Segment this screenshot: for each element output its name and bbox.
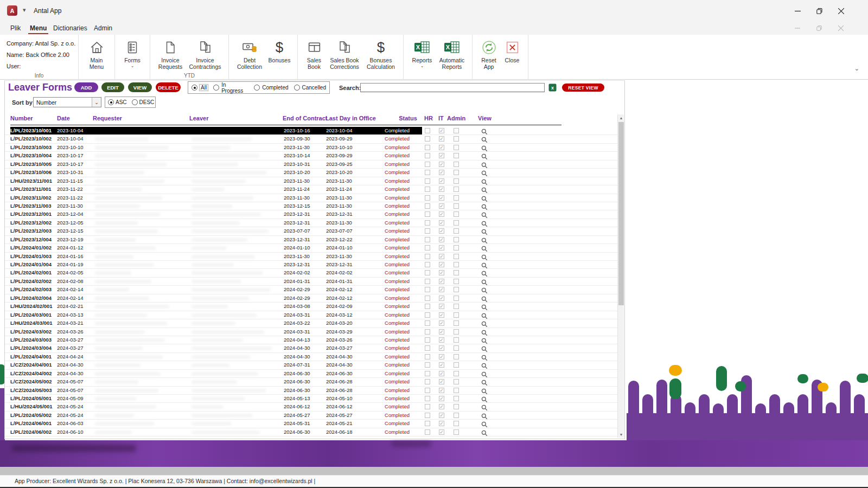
- admin-checkbox[interactable]: [454, 329, 459, 335]
- child-close-button[interactable]: [828, 22, 853, 35]
- hr-checkbox[interactable]: [425, 145, 430, 150]
- table-row[interactable]: L/PL/2024/02/0042024-02-142024-02-292024…: [5, 294, 618, 303]
- radio-completed[interactable]: [254, 85, 260, 91]
- col-end-of-contract[interactable]: End of Contract: [283, 115, 328, 121]
- col-date[interactable]: Date: [57, 115, 70, 121]
- table-row[interactable]: L/PL/2023/11/0022023-11-222023-11-302023…: [5, 194, 618, 202]
- table-row[interactable]: L/PL/2024/01/0022024-01-122024-01-102024…: [5, 244, 618, 252]
- it-checkbox[interactable]: ✓: [439, 396, 444, 401]
- sort-field-select[interactable]: Number ⌄: [33, 97, 101, 107]
- radio-in-progress[interactable]: [213, 85, 219, 91]
- table-row[interactable]: L/PL/2024/04/0012024-04-242024-04-302024…: [5, 353, 618, 361]
- table-row[interactable]: L/PL/2023/10/0012023-10-042023-10-162023…: [5, 127, 618, 135]
- radio-cancelled[interactable]: [294, 85, 300, 91]
- radio-in-progress-label[interactable]: In Progress: [221, 82, 248, 94]
- it-checkbox[interactable]: ✓: [439, 413, 444, 418]
- hr-checkbox[interactable]: [425, 279, 430, 284]
- admin-checkbox[interactable]: [454, 128, 459, 133]
- collapse-ribbon-chevron-icon[interactable]: ⌄: [854, 65, 859, 72]
- it-checkbox[interactable]: ✓: [439, 296, 444, 301]
- it-checkbox[interactable]: ✓: [439, 320, 444, 326]
- radio-all[interactable]: [192, 85, 197, 91]
- reports-button[interactable]: X Reports ⌄: [409, 37, 435, 70]
- hr-checkbox[interactable]: [425, 404, 430, 409]
- it-checkbox[interactable]: ✓: [439, 371, 444, 376]
- sales-book-corrections-button[interactable]: Sales Book Corrections: [327, 37, 362, 72]
- admin-checkbox[interactable]: [454, 228, 459, 234]
- admin-checkbox[interactable]: [454, 354, 459, 359]
- hr-checkbox[interactable]: [425, 354, 430, 359]
- hr-checkbox[interactable]: [425, 195, 430, 201]
- it-checkbox[interactable]: ✓: [439, 287, 444, 292]
- radio-asc[interactable]: [108, 99, 114, 105]
- hr-checkbox[interactable]: [425, 187, 430, 192]
- hr-checkbox[interactable]: [425, 162, 430, 167]
- table-row[interactable]: L/CZ/2024/04/0022024-04-302024-06-302024…: [5, 370, 618, 378]
- table-row[interactable]: L/PL/2023/10/0032023-10-102023-11-302023…: [5, 144, 618, 152]
- it-checkbox[interactable]: ✓: [439, 187, 444, 192]
- scroll-down-icon[interactable]: ▼: [618, 431, 624, 438]
- hr-checkbox[interactable]: [425, 379, 430, 384]
- menu-dictionaries[interactable]: Dictionaries: [52, 23, 89, 33]
- it-checkbox[interactable]: ✓: [439, 170, 444, 175]
- admin-checkbox[interactable]: [454, 396, 459, 401]
- it-checkbox[interactable]: ✓: [439, 211, 444, 217]
- menu-admin[interactable]: Admin: [92, 23, 114, 33]
- col-leaver[interactable]: Leaver: [189, 115, 208, 121]
- hr-checkbox[interactable]: [425, 153, 430, 158]
- col-hr[interactable]: HR: [424, 115, 433, 121]
- bonuses-button[interactable]: $ Bonuses: [267, 37, 292, 65]
- hr-checkbox[interactable]: [425, 170, 430, 175]
- col-it[interactable]: IT: [438, 115, 444, 121]
- table-row[interactable]: L/PL/2023/12/0042023-12-192023-12-312023…: [5, 236, 618, 244]
- table-row[interactable]: L/PL/2024/02/0012024-02-052024-02-022024…: [5, 269, 618, 277]
- hr-checkbox[interactable]: [425, 337, 430, 343]
- vertical-scrollbar[interactable]: ▲ ▼: [617, 114, 624, 438]
- it-checkbox[interactable]: ✓: [439, 128, 444, 133]
- it-checkbox[interactable]: ✓: [439, 178, 444, 184]
- hr-checkbox[interactable]: [425, 421, 430, 426]
- scroll-up-icon[interactable]: ▲: [618, 114, 624, 121]
- table-row[interactable]: L/PL/2023/11/0012023-11-222023-11-242023…: [5, 185, 618, 194]
- automatic-reports-button[interactable]: X Automatic Reports: [437, 37, 467, 72]
- hr-checkbox[interactable]: [425, 429, 430, 435]
- admin-checkbox[interactable]: [454, 362, 459, 368]
- hr-checkbox[interactable]: [425, 136, 430, 142]
- add-button[interactable]: ADD: [74, 82, 98, 92]
- hr-checkbox[interactable]: [425, 304, 430, 309]
- table-row[interactable]: L/PL/2023/12/0022023-12-052023-12-312023…: [5, 219, 618, 227]
- it-checkbox[interactable]: ✓: [439, 254, 444, 259]
- hr-checkbox[interactable]: [425, 312, 430, 318]
- admin-checkbox[interactable]: [454, 187, 459, 192]
- it-checkbox[interactable]: ✓: [439, 421, 444, 426]
- combobox-arrow-icon[interactable]: ⌄: [92, 98, 101, 107]
- table-row[interactable]: L/PL/2024/01/0032024-01-162023-11-302023…: [5, 253, 618, 261]
- admin-checkbox[interactable]: [454, 162, 459, 167]
- admin-checkbox[interactable]: [454, 379, 459, 384]
- it-checkbox[interactable]: ✓: [439, 337, 444, 343]
- it-checkbox[interactable]: ✓: [439, 228, 444, 234]
- admin-checkbox[interactable]: [454, 254, 459, 259]
- radio-cancelled-label[interactable]: Cancelled: [302, 85, 326, 91]
- hr-checkbox[interactable]: [425, 362, 430, 368]
- admin-checkbox[interactable]: [454, 345, 459, 351]
- table-row[interactable]: L/PL/2024/01/0042024-01-192023-12-312023…: [5, 261, 618, 269]
- admin-checkbox[interactable]: [454, 178, 459, 184]
- it-checkbox[interactable]: ✓: [439, 362, 444, 368]
- hr-checkbox[interactable]: [425, 329, 430, 335]
- table-row[interactable]: L/PL/2023/12/0032023-12-152023-07-072023…: [5, 227, 618, 235]
- delete-button[interactable]: DELETE: [156, 82, 181, 92]
- scrollbar-thumb[interactable]: [618, 122, 624, 305]
- radio-asc-label[interactable]: ASC: [116, 99, 127, 105]
- it-checkbox[interactable]: ✓: [439, 136, 444, 142]
- export-excel-icon[interactable]: x: [548, 84, 557, 94]
- it-checkbox[interactable]: ✓: [439, 245, 444, 251]
- admin-checkbox[interactable]: [454, 262, 459, 267]
- admin-checkbox[interactable]: [454, 312, 459, 318]
- it-checkbox[interactable]: ✓: [439, 279, 444, 284]
- forms-button[interactable]: Forms ⌄: [120, 37, 144, 70]
- it-checkbox[interactable]: ✓: [439, 270, 444, 275]
- it-checkbox[interactable]: ✓: [439, 162, 444, 167]
- it-checkbox[interactable]: ✓: [439, 203, 444, 209]
- quick-access-chevron-icon[interactable]: ▾: [23, 7, 26, 14]
